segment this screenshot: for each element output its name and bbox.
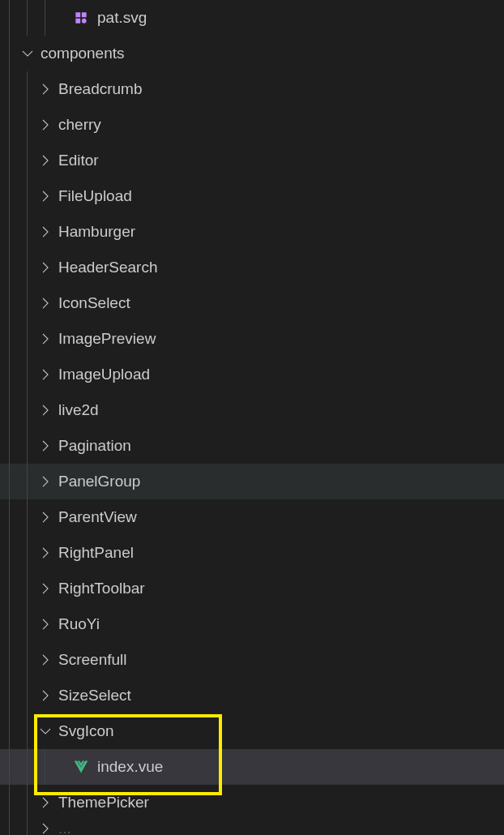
chevron-right-icon[interactable]	[36, 329, 55, 349]
chevron-right-icon[interactable]	[36, 543, 55, 563]
folder-label: ImageUpload	[58, 366, 150, 383]
folder-item[interactable]: Editor	[0, 143, 504, 178]
folder-label: components	[41, 45, 125, 62]
file-item[interactable]: index.vue	[0, 749, 504, 785]
folder-item[interactable]: HeaderSearch	[0, 250, 504, 285]
file-label: index.vue	[97, 758, 163, 776]
chevron-right-icon[interactable]	[36, 507, 55, 527]
svg-file-icon	[71, 8, 91, 28]
folder-label: ThemePicker	[58, 794, 149, 811]
folder-label: RuoYi	[58, 615, 100, 633]
folder-label: IconSelect	[58, 294, 130, 312]
folder-item[interactable]: ThemePicker	[0, 785, 504, 820]
folder-item[interactable]: ParentView	[0, 499, 504, 535]
folder-label: ParentView	[58, 508, 137, 526]
folder-label: FileUpload	[58, 187, 132, 205]
chevron-right-icon[interactable]	[36, 222, 55, 242]
folder-item[interactable]: components	[0, 36, 504, 71]
folder-label: Hamburger	[58, 223, 135, 241]
folder-item[interactable]: ImagePreview	[0, 321, 504, 357]
chevron-right-icon[interactable]	[36, 686, 55, 705]
folder-item[interactable]: PanelGroup	[0, 464, 504, 499]
file-label: pat.svg	[97, 9, 147, 27]
folder-item[interactable]: RuoYi	[0, 606, 504, 642]
folder-label: PanelGroup	[58, 473, 140, 490]
chevron-right-icon[interactable]	[36, 258, 55, 277]
folder-item[interactable]: Hamburger	[0, 214, 504, 250]
folder-item[interactable]: ...	[0, 820, 504, 835]
chevron-right-icon[interactable]	[36, 820, 55, 835]
chevron-down-icon[interactable]	[18, 44, 37, 63]
folder-item[interactable]: IconSelect	[0, 285, 504, 321]
chevron-right-icon[interactable]	[36, 151, 55, 170]
folder-item[interactable]: FileUpload	[0, 178, 504, 214]
chevron-right-icon[interactable]	[36, 186, 55, 206]
chevron-right-icon[interactable]	[36, 400, 55, 420]
folder-label: ImagePreview	[58, 330, 156, 348]
chevron-right-icon[interactable]	[36, 79, 55, 99]
folder-label: Editor	[58, 152, 99, 169]
folder-label: Breadcrumb	[58, 80, 143, 98]
chevron-right-icon[interactable]	[36, 365, 55, 384]
chevron-right-icon[interactable]	[36, 293, 55, 313]
folder-label: SizeSelect	[58, 687, 131, 704]
folder-label: RightToolbar	[58, 580, 145, 597]
chevron-right-icon[interactable]	[36, 436, 55, 456]
folder-item[interactable]: Breadcrumb	[0, 71, 504, 107]
folder-label: live2d	[58, 401, 99, 419]
chevron-down-icon[interactable]	[36, 722, 55, 741]
folder-item[interactable]: cherry	[0, 107, 504, 143]
chevron-right-icon[interactable]	[36, 650, 55, 670]
folder-item[interactable]: RightToolbar	[0, 571, 504, 606]
folder-item[interactable]: RightPanel	[0, 535, 504, 571]
folder-label: cherry	[58, 116, 101, 134]
chevron-right-icon[interactable]	[36, 115, 55, 135]
folder-item[interactable]: SizeSelect	[0, 678, 504, 713]
chevron-right-icon[interactable]	[36, 793, 55, 812]
folder-item[interactable]: Pagination	[0, 428, 504, 464]
folder-label: ...	[58, 820, 71, 835]
folder-label: Pagination	[58, 437, 131, 455]
file-explorer-tree: pat.svgcomponentsBreadcrumbcherryEditorF…	[0, 0, 504, 835]
folder-label: RightPanel	[58, 544, 134, 562]
chevron-right-icon[interactable]	[36, 614, 55, 634]
folder-item[interactable]: SvgIcon	[0, 713, 504, 749]
folder-item[interactable]: Screenfull	[0, 642, 504, 678]
folder-label: HeaderSearch	[58, 259, 158, 276]
folder-item[interactable]: ImageUpload	[0, 357, 504, 392]
folder-label: Screenfull	[58, 651, 127, 669]
folder-label: SvgIcon	[58, 722, 114, 740]
vue-file-icon	[71, 757, 91, 777]
chevron-right-icon[interactable]	[36, 472, 55, 491]
folder-item[interactable]: live2d	[0, 392, 504, 428]
chevron-right-icon[interactable]	[36, 579, 55, 598]
file-item[interactable]: pat.svg	[0, 0, 504, 36]
